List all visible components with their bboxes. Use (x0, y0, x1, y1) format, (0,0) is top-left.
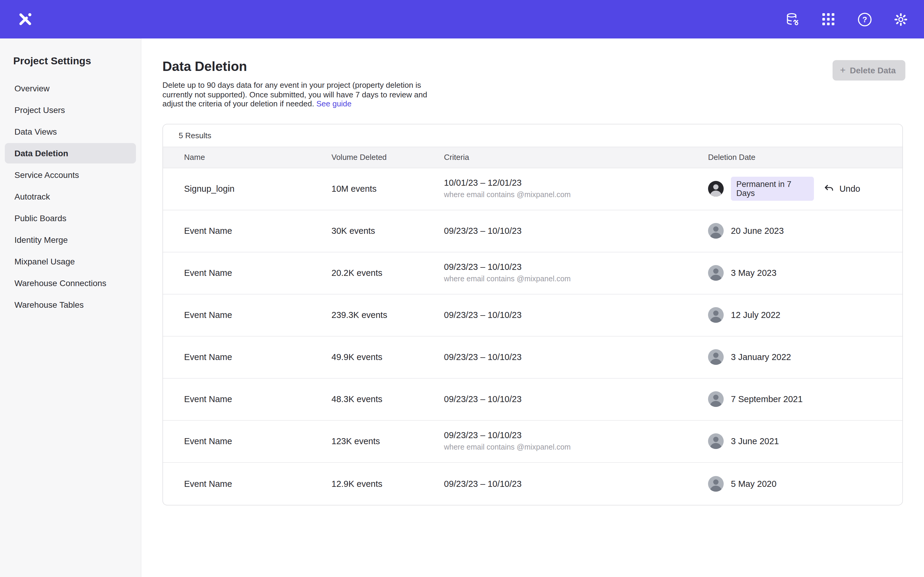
sidebar-item-warehouse-tables[interactable]: Warehouse Tables (5, 295, 136, 315)
row-name: Signup_login (184, 184, 331, 193)
criteria-range: 09/23/23 – 10/10/23 (444, 225, 708, 237)
see-guide-link[interactable]: See guide (317, 99, 352, 108)
row-volume: 49.9K events (331, 352, 444, 362)
data-icon[interactable] (784, 11, 800, 27)
row-name: Event Name (184, 436, 331, 446)
row-deletion-date: 20 June 2023 (708, 223, 892, 239)
criteria-filter: where email contains @mixpanel.com (444, 273, 708, 285)
row-deletion-date: 12 July 2022 (708, 307, 892, 323)
deletion-date-text: 3 January 2022 (731, 352, 791, 362)
criteria-filter: where email contains @mixpanel.com (444, 189, 708, 201)
main-content: Data Deletion Delete up to 90 days data … (141, 39, 924, 577)
deletion-date-text: 5 May 2020 (731, 479, 777, 488)
row-criteria: 09/23/23 – 10/10/23 where email contains… (444, 261, 708, 285)
row-deletion-date: 5 May 2020 (708, 476, 892, 492)
table-row: Signup_login 10M events 10/01/23 – 12/01… (163, 168, 902, 210)
undo-icon (824, 183, 835, 194)
sidebar-item-project-users[interactable]: Project Users (5, 100, 136, 120)
row-criteria: 09/23/23 – 10/10/23 (444, 351, 708, 363)
plus-icon: + (840, 66, 846, 74)
row-deletion-date: 3 May 2023 (708, 265, 892, 281)
apps-grid-icon[interactable] (821, 11, 836, 27)
row-criteria: 09/23/23 – 10/10/23 (444, 393, 708, 405)
table-row: Event Name 12.9K events 09/23/23 – 10/10… (163, 463, 902, 504)
avatar (708, 434, 724, 449)
page-description-text: Delete up to 90 days data for any event … (162, 81, 427, 108)
help-icon[interactable]: ? (857, 11, 872, 27)
row-name: Event Name (184, 310, 331, 320)
column-header-deletion-date: Deletion Date (708, 153, 892, 162)
row-name: Event Name (184, 268, 331, 278)
undo-button[interactable]: Undo (821, 181, 863, 197)
row-volume: 10M events (331, 184, 444, 193)
sidebar-item-public-boards[interactable]: Public Boards (5, 208, 136, 228)
table-row: Event Name 30K events 09/23/23 – 10/10/2… (163, 210, 902, 252)
table-row: Event Name 239.3K events 09/23/23 – 10/1… (163, 294, 902, 336)
table-row: Event Name 48.3K events 09/23/23 – 10/10… (163, 378, 902, 421)
mixpanel-logo[interactable] (16, 10, 35, 29)
avatar (708, 181, 724, 197)
row-name: Event Name (184, 479, 331, 488)
sidebar-item-autotrack[interactable]: Autotrack (5, 186, 136, 207)
row-volume: 48.3K events (331, 394, 444, 404)
delete-data-button-label: Delete Data (850, 66, 896, 75)
sidebar-item-overview[interactable]: Overview (5, 78, 136, 98)
row-deletion-date: Permanent in 7 Days Undo (708, 177, 892, 201)
mixpanel-logo-icon (18, 11, 33, 27)
deletion-table-card: 5 Results Name Volume Deleted Criteria D… (162, 124, 903, 505)
criteria-range: 09/23/23 – 10/10/23 (444, 477, 708, 490)
avatar (708, 223, 724, 239)
deletion-date-text: 12 July 2022 (731, 310, 780, 320)
row-volume: 123K events (331, 436, 444, 446)
delete-data-button[interactable]: + Delete Data (833, 60, 905, 81)
column-header-volume: Volume Deleted (331, 153, 444, 162)
sidebar-item-identity-merge[interactable]: Identity Merge (5, 230, 136, 250)
row-name: Event Name (184, 352, 331, 362)
page-description: Delete up to 90 days data for any event … (162, 81, 431, 108)
row-criteria: 09/23/23 – 10/10/23 (444, 225, 708, 237)
avatar (708, 265, 724, 281)
criteria-filter: where email contains @mixpanel.com (444, 441, 708, 453)
avatar (708, 349, 724, 365)
avatar (708, 307, 724, 323)
sidebar-item-mixpanel-usage[interactable]: Mixpanel Usage (5, 251, 136, 272)
criteria-range: 09/23/23 – 10/10/23 (444, 309, 708, 321)
row-criteria: 09/23/23 – 10/10/23 (444, 477, 708, 490)
sidebar-item-service-accounts[interactable]: Service Accounts (5, 165, 136, 185)
criteria-range: 09/23/23 – 10/10/23 (444, 351, 708, 363)
criteria-range: 09/23/23 – 10/10/23 (444, 393, 708, 405)
sidebar-item-data-views[interactable]: Data Views (5, 121, 136, 142)
avatar (708, 476, 724, 492)
deletion-date-text: 3 June 2021 (731, 436, 779, 446)
undo-label: Undo (840, 184, 860, 193)
sidebar: Project Settings Overview Project Users … (0, 39, 141, 577)
status-badge: Permanent in 7 Days (731, 177, 814, 201)
topbar-actions: ? (784, 11, 908, 27)
row-volume: 239.3K events (331, 310, 444, 320)
row-deletion-date: 7 September 2021 (708, 391, 892, 407)
row-name: Event Name (184, 226, 331, 235)
row-deletion-date: 3 January 2022 (708, 349, 892, 365)
row-name: Event Name (184, 394, 331, 404)
column-header-criteria: Criteria (444, 153, 708, 162)
table-header-row: Name Volume Deleted Criteria Deletion Da… (163, 147, 902, 168)
avatar (708, 391, 724, 407)
deletion-date-text: 20 June 2023 (731, 226, 784, 235)
deletion-date-text: 3 May 2023 (731, 268, 777, 278)
row-deletion-date: 3 June 2021 (708, 434, 892, 449)
sidebar-item-data-deletion[interactable]: Data Deletion (5, 143, 136, 163)
settings-icon[interactable] (893, 11, 908, 27)
criteria-range: 10/01/23 – 12/01/23 (444, 177, 708, 189)
deletion-date-text: 7 September 2021 (731, 394, 803, 404)
row-criteria: 09/23/23 – 10/10/23 where email contains… (444, 429, 708, 453)
svg-text:?: ? (862, 15, 867, 24)
sidebar-item-warehouse-connections[interactable]: Warehouse Connections (5, 273, 136, 293)
row-volume: 12.9K events (331, 479, 444, 488)
table-row: Event Name 20.2K events 09/23/23 – 10/10… (163, 252, 902, 294)
app-root: ? Project Settings Overview (0, 0, 924, 577)
row-criteria: 10/01/23 – 12/01/23 where email contains… (444, 177, 708, 201)
topbar: ? (0, 0, 924, 39)
criteria-range: 09/23/23 – 10/10/23 (444, 261, 708, 273)
column-header-name: Name (184, 153, 331, 162)
row-volume: 30K events (331, 226, 444, 235)
